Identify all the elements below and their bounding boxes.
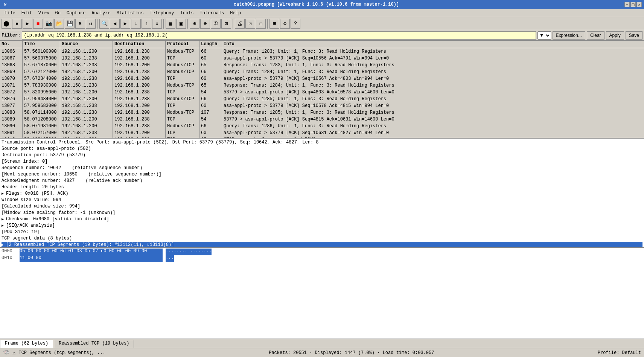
menu-item-tools[interactable]: Tools — [177, 10, 197, 17]
toolbar-wireless-button[interactable]: 🖨 — [235, 19, 245, 29]
toolbar-close-button[interactable]: ✖ — [75, 19, 85, 29]
packet-list: 1306657.560100000192.168.1.200192.168.1.… — [0, 48, 644, 138]
packet-cell: 13067 — [0, 55, 23, 62]
detail-line[interactable]: [SEQ/ACK analysis] — [2, 223, 642, 229]
toolbar-goto-button[interactable]: ↓ — [131, 19, 141, 29]
toolbar-decode-as-button[interactable]: ☑ — [245, 19, 255, 29]
save-button[interactable]: Save — [626, 31, 642, 40]
toolbar-next-button[interactable]: ▶ — [120, 19, 130, 29]
menu-item-statistics[interactable]: Statistics — [114, 10, 147, 17]
packet-cell: 13068 — [0, 62, 23, 69]
menu-item-view[interactable]: View — [35, 10, 52, 17]
packet-row[interactable]: 1307157.783930000192.168.1.238192.168.1.… — [0, 82, 644, 89]
packet-row[interactable]: 1306857.671870000192.168.1.238192.168.1.… — [0, 62, 644, 69]
packet-cell: 192.168.1.200 — [60, 69, 113, 75]
detail-line[interactable]: Checksum: 0x9680 [validation disabled] — [2, 216, 642, 223]
toolbar-auto-scroll-button[interactable]: ▣ — [176, 19, 186, 29]
toolbar-prev-button[interactable]: ◀ — [110, 19, 120, 29]
close-button[interactable]: × — [636, 2, 642, 7]
menu-item-telephony[interactable]: Telephony — [147, 10, 177, 17]
packet-row[interactable]: 1306657.560100000192.168.1.200192.168.1.… — [0, 48, 644, 55]
packet-row[interactable]: 1307257.820995000192.168.1.200192.168.1.… — [0, 89, 644, 96]
menu-item-internals[interactable]: Internals — [197, 10, 227, 17]
toolbar-zoom-in-button[interactable]: ⊕ — [190, 19, 199, 29]
toolbar-start-button[interactable]: ● — [12, 19, 22, 29]
toolbar-user-specified-button[interactable]: ☐ — [256, 19, 266, 29]
packet-cell: 60 — [199, 55, 222, 62]
packet-cell: 192.168.1.200 — [113, 109, 166, 116]
packet-row[interactable]: 1309158.072157000192.168.1.238192.168.1.… — [0, 130, 644, 136]
menu-item-capture[interactable]: Capture — [64, 10, 88, 17]
packet-cell: Response: Trans: 1283; Unit: 1, Func: 3:… — [222, 62, 644, 69]
filter-dropdown[interactable]: ▼ — [537, 31, 551, 40]
toolbar-colorize-button[interactable]: ▦ — [166, 19, 175, 29]
tab[interactable]: Frame (62 bytes) — [0, 340, 53, 348]
apply-button[interactable]: Apply — [606, 31, 624, 40]
toolbar-preferences-button[interactable]: ⚙ — [280, 19, 290, 29]
packet-row[interactable]: 1307657.959484000192.168.1.200192.168.1.… — [0, 96, 644, 102]
packet-cell: 58.071208000 — [23, 116, 60, 123]
toolbar-save-button[interactable]: 💾 — [65, 19, 75, 29]
packet-cell: 192.168.1.238 — [113, 116, 166, 123]
status-segments-info: TCP Segments (tcp.segments), ... — [18, 350, 105, 355]
title-bar-title: catch001.pcapng [Wireshark 1.10.6 (v1.10… — [8, 2, 624, 7]
toolbar-open-button[interactable]: 📂 — [54, 19, 64, 29]
maximize-button[interactable]: □ — [630, 2, 636, 7]
packet-row[interactable]: 1308858.071114000192.168.1.238192.168.1.… — [0, 109, 644, 116]
filter-input[interactable] — [22, 31, 536, 40]
detail-line: Destination port: 53779 (53779) — [2, 152, 642, 159]
packet-cell: 13089 — [0, 116, 23, 123]
menu-item-file[interactable]: File — [2, 10, 18, 17]
window-controls[interactable]: − □ × — [624, 2, 642, 7]
toolbar-layout-button[interactable]: ⊞ — [269, 19, 279, 29]
packet-cell: 192.168.1.238 — [113, 69, 166, 75]
toolbar-help-button[interactable]: ? — [291, 19, 300, 29]
packet-row[interactable]: 1306957.672127000192.168.1.200192.168.1.… — [0, 69, 644, 75]
toolbar-first-button[interactable]: ⇑ — [142, 19, 151, 29]
col-header-proto: Protocol — [166, 41, 199, 48]
col-header-dst: Destination — [113, 41, 166, 48]
packet-cell: 60 — [199, 130, 222, 136]
toolbar-capture-button[interactable]: ▶ — [23, 19, 32, 29]
packet-row[interactable]: 1308958.071208000192.168.1.200192.168.1.… — [0, 116, 644, 123]
packet-cell: 192.168.1.200 — [113, 102, 166, 109]
tab[interactable]: Reassembled TCP (19 bytes) — [54, 340, 134, 348]
packet-cell: 58.071981000 — [23, 123, 60, 130]
menu-item-help[interactable]: Help — [227, 10, 244, 17]
menu-item-analyze[interactable]: Analyze — [88, 10, 113, 17]
minimize-button[interactable]: − — [624, 2, 630, 7]
packet-cell: 13076 — [0, 96, 23, 102]
expression-button[interactable]: Expression... — [553, 31, 585, 40]
detail-line: Source port: asa-appl-proto (502) — [2, 146, 642, 152]
detail-line: [Calculated window size: 994] — [2, 203, 642, 210]
toolbar-resize-button[interactable]: ⊡ — [221, 19, 231, 29]
detail-line: Window size value: 994 — [2, 197, 642, 203]
packet-row[interactable]: 1311258.182137000192.168.1.200192.168.1.… — [0, 136, 644, 138]
menu-item-go[interactable]: Go — [52, 10, 63, 17]
packet-row[interactable]: 1307057.672344000192.168.1.238192.168.1.… — [0, 75, 644, 82]
toolbar-find-button[interactable]: 🔍 — [99, 19, 109, 29]
packet-cell: 13070 — [0, 75, 23, 82]
detail-pane: Transmission Control Protocol, Src Port:… — [0, 139, 644, 248]
packet-cell: 57.671870000 — [23, 62, 60, 69]
packet-cell: 13088 — [0, 109, 23, 116]
clear-button[interactable]: Clear — [587, 31, 604, 40]
toolbar-last-button[interactable]: ⇓ — [152, 19, 162, 29]
packet-cell: TCP — [166, 130, 199, 136]
packet-row[interactable]: 1306757.560375000192.168.1.238192.168.1.… — [0, 55, 644, 62]
packet-cell: Modbus/TCP — [166, 69, 199, 75]
toolbar-normal-size-button[interactable]: ① — [211, 19, 221, 29]
toolbar-interfaces-button[interactable]: ⬤ — [2, 19, 11, 29]
detail-line[interactable]: [2 Reassembled TCP Segments (19 bytes): … — [2, 242, 642, 248]
toolbar-restart-button[interactable]: 📷 — [44, 19, 53, 29]
detail-line: [PDU Size: 19] — [2, 229, 642, 235]
detail-line: Acknowledgment number: 4827 (relative ac… — [2, 178, 642, 184]
toolbar-reload-button[interactable]: ↺ — [86, 19, 96, 29]
toolbar-stop-button[interactable]: ■ — [33, 19, 43, 29]
packet-row[interactable]: 1307757.959683000192.168.1.238192.168.1.… — [0, 102, 644, 109]
packet-row[interactable]: 1309058.071981000192.168.1.200192.168.1.… — [0, 123, 644, 130]
packet-cell: Modbus/TCP — [166, 48, 199, 55]
detail-line[interactable]: Flags: 0x018 (PSH, ACK) — [2, 191, 642, 197]
toolbar-zoom-out-button[interactable]: ⊖ — [200, 19, 210, 29]
menu-item-edit[interactable]: Edit — [18, 10, 35, 17]
